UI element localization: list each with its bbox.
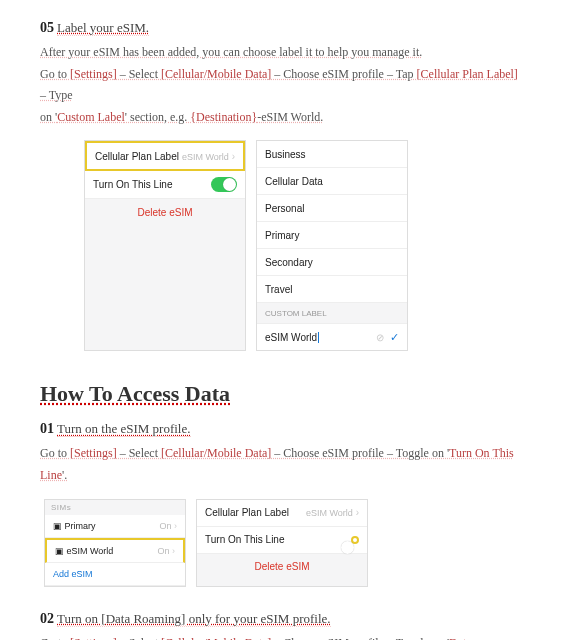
value: eSIM World [306,508,353,518]
section-title: How To Access Data [40,381,523,407]
chevron-right-icon: › [232,151,235,162]
step-title: Turn on [Data Roaming] only for your eSI… [57,611,331,627]
turn-on-line-row[interactable]: Turn On This Line [197,527,367,554]
label: Turn On This Line [93,179,172,190]
kw-custom-label: Custom Label [57,110,125,124]
sims-header: SIMs [45,500,185,515]
opt: Cellular Data [265,176,323,187]
check-icon[interactable]: ✓ [390,331,399,343]
panel-01: SIMs ▣ Primary On › ▣ eSIM World On › Ad… [44,499,523,587]
text: Go to [40,636,70,640]
text: – Select [117,446,161,460]
label-option[interactable]: Primary [257,222,407,249]
add-esim-link[interactable]: Add eSIM [53,569,93,579]
text: '. [62,468,67,482]
opt: Personal [265,203,304,214]
kw-plan-label: [Cellular Plan Label] [417,67,518,81]
step-number: 02 [40,611,54,626]
delete-esim-link[interactable]: Delete eSIM [205,561,359,572]
sim-esim-row[interactable]: ▣ eSIM World On › [45,538,185,563]
kw-cellular: [Cellular/Mobile Data] [161,446,271,460]
cellular-plan-label-row[interactable]: Cellular Plan Label eSIM World › [197,500,367,527]
text: – Choose eSIM profile – Toggle on ' [271,446,449,460]
panel-01-right: Cellular Plan Label eSIM World › Turn On… [196,499,368,587]
add-esim-row[interactable]: Add eSIM [45,563,185,586]
text: – Type [40,88,73,102]
panel-05-right: Business Cellular Data Personal Primary … [256,140,408,351]
sim-primary-row[interactable]: ▣ Primary On › [45,515,185,538]
label: Turn On This Line [205,534,284,545]
status: On [159,521,171,531]
text: on ' [40,110,57,124]
step-01-header: 01 Turn on the eSIM profile. [40,421,523,437]
label: Primary [65,521,96,531]
cellular-plan-label-row[interactable]: Cellular Plan Label eSIM World › [85,141,245,171]
chevron-right-icon: › [356,507,359,518]
kw-cellular: [Cellular/Mobile Data] [161,636,271,640]
text: – Choose eSIM profile – Toggle on ' [271,636,449,640]
header-text: CUSTOM LABEL [265,309,327,318]
label: Cellular Plan Label [205,507,289,518]
panel-05-left: Cellular Plan Label eSIM World › Turn On… [84,140,246,351]
label: Cellular Plan Label [95,151,179,162]
delete-esim-row[interactable]: Delete eSIM [197,554,367,580]
label-option[interactable]: Secondary [257,249,407,276]
step-05-header: 05 Label your eSIM. [40,20,523,36]
clear-icon[interactable]: ⊘ [376,332,384,343]
opt: Travel [265,284,292,295]
status: On [157,546,169,556]
text: -eSIM World. [257,110,323,124]
kw-destination: {Destination} [190,110,257,124]
chevron-right-icon: › [174,521,177,531]
step-title: Turn on the eSIM profile. [57,421,191,437]
label-option[interactable]: Cellular Data [257,168,407,195]
custom-label-value: eSIM World [265,332,319,343]
kw-settings: [Settings] [70,636,117,640]
step-02-header: 02 Turn on [Data Roaming] only for your … [40,611,523,627]
label-option[interactable]: Personal [257,195,407,222]
step-01-body: Go to [Settings] – Select [Cellular/Mobi… [40,443,523,486]
text: – Select [117,67,161,81]
step-title: Label your eSIM. [57,20,149,36]
step-number: 01 [40,421,54,436]
text: Go to [40,446,70,460]
step-02-body: Go to [Settings] – Select [Cellular/Mobi… [40,633,523,640]
text: After your eSIM has been added, you can … [40,45,422,59]
text: – Select [117,636,161,640]
panel-01-left: SIMs ▣ Primary On › ▣ eSIM World On › Ad… [44,499,186,587]
custom-label-header: CUSTOM LABEL [257,303,407,324]
custom-label-input-row[interactable]: eSIM World ⊘ ✓ [257,324,407,350]
kw-settings: [Settings] [70,67,117,81]
text: Go to [40,67,70,81]
text: – Choose eSIM profile – Tap [271,67,416,81]
text: ' section, e.g. [125,110,190,124]
turn-on-line-row[interactable]: Turn On This Line [85,171,245,199]
panel-05: Cellular Plan Label eSIM World › Turn On… [84,140,523,351]
toggle-on-icon[interactable] [211,177,237,192]
label: eSIM World [67,546,114,556]
delete-esim-link[interactable]: Delete eSIM [93,207,237,218]
delete-esim-row[interactable]: Delete eSIM [85,199,245,225]
chevron-right-icon: › [172,546,175,556]
value: eSIM World [182,152,229,162]
kw-settings: [Settings] [70,446,117,460]
opt: Business [265,149,306,160]
opt: Primary [265,230,299,241]
step-05-body: After your eSIM has been added, you can … [40,42,523,128]
label-option[interactable]: Travel [257,276,407,303]
opt: Secondary [265,257,313,268]
kw-cellular: [Cellular/Mobile Data] [161,67,271,81]
label-option[interactable]: Business [257,141,407,168]
step-number: 05 [40,20,54,35]
